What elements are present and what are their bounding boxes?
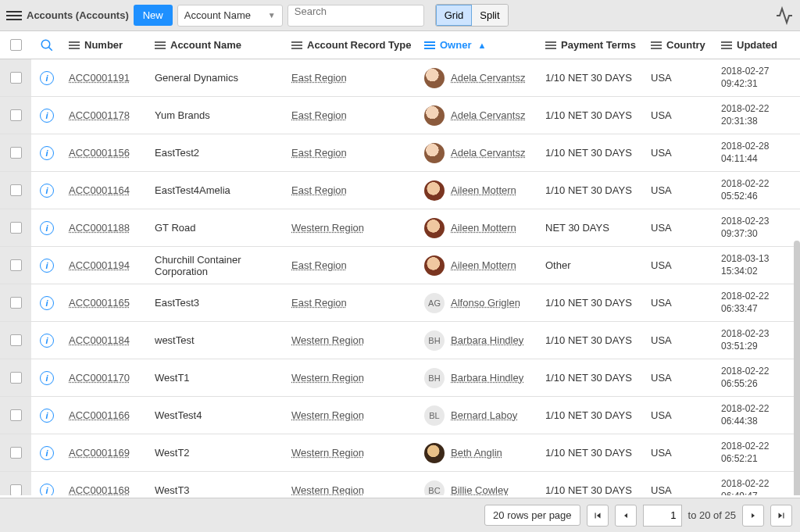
record-type-link[interactable]: East Region (291, 109, 347, 121)
activity-icon[interactable] (775, 6, 794, 25)
account-number-link[interactable]: ACC0001178 (69, 109, 130, 121)
cell-owner: BCBillie Cowley (418, 480, 539, 496)
owner-link[interactable]: Aileen Mottern (451, 259, 516, 271)
info-icon[interactable]: i (40, 184, 54, 198)
row-checkbox[interactable] (10, 409, 22, 421)
record-type-link[interactable]: East Region (291, 72, 347, 84)
row-checkbox[interactable] (10, 484, 22, 495)
record-type-link[interactable]: East Region (291, 184, 347, 196)
info-icon[interactable]: i (40, 446, 54, 460)
account-number-link[interactable]: ACC0001165 (69, 297, 130, 309)
account-number-link[interactable]: ACC0001191 (69, 72, 130, 84)
menu-icon[interactable] (6, 8, 22, 23)
row-info-cell: i (31, 334, 62, 348)
avatar (424, 255, 445, 276)
cell-payment-terms: 1/10 NET 30 DAYS (539, 109, 645, 121)
row-info-cell: i (31, 259, 62, 273)
account-number-link[interactable]: ACC0001168 (69, 484, 130, 495)
column-header-payment-terms[interactable]: Payment Terms (539, 39, 645, 51)
cell-payment-terms: Other (539, 259, 645, 271)
column-header-record-type[interactable]: Account Record Type (285, 39, 418, 51)
filter-field-value: Account Name (184, 9, 251, 21)
record-type-link[interactable]: Western Region (291, 484, 364, 495)
cell-owner: AGAlfonso Griglen (418, 293, 539, 313)
cell-account-name: General Dynamics (148, 72, 285, 84)
column-header-owner[interactable]: Owner ▲ (418, 39, 539, 51)
cell-record-type: East Region (285, 259, 418, 271)
last-page-button[interactable] (770, 505, 792, 527)
row-checkbox[interactable] (10, 72, 22, 84)
cell-account-name: EastTest3 (148, 297, 285, 309)
record-type-link[interactable]: Western Region (291, 372, 364, 384)
search-input[interactable] (295, 5, 417, 17)
owner-link[interactable]: Aileen Mottern (451, 184, 516, 196)
row-checkbox[interactable] (10, 259, 22, 271)
first-page-button[interactable] (587, 505, 609, 527)
info-icon[interactable]: i (40, 71, 54, 85)
prev-page-button[interactable] (615, 505, 637, 527)
cell-payment-terms: 1/10 NET 30 DAYS (539, 334, 645, 346)
info-icon[interactable]: i (40, 146, 54, 160)
view-split-button[interactable]: Split (472, 5, 507, 26)
account-number-link[interactable]: ACC0001169 (69, 447, 130, 459)
table-row: iACC0001156EastTest2East RegionAdela Cer… (0, 134, 800, 172)
column-header-account-name[interactable]: Account Name (148, 39, 285, 51)
owner-link[interactable]: Adela Cervantsz (451, 147, 525, 159)
column-header-updated[interactable]: Updated (715, 39, 797, 51)
owner-link[interactable]: Barbara Hindley (451, 334, 523, 346)
owner-link[interactable]: Adela Cervantsz (451, 109, 525, 121)
row-checkbox[interactable] (10, 334, 22, 346)
column-header-country[interactable]: Country (645, 39, 715, 51)
owner-link[interactable]: Billie Cowley (451, 484, 509, 495)
search-icon[interactable] (40, 38, 54, 52)
row-checkbox[interactable] (10, 372, 22, 384)
rows-per-page-select[interactable]: 20 rows per page (484, 505, 580, 526)
record-type-link[interactable]: Western Region (291, 447, 364, 459)
select-all-checkbox[interactable] (10, 39, 22, 51)
new-button[interactable]: New (134, 5, 173, 26)
cell-number: ACC0001169 (62, 447, 148, 459)
account-number-link[interactable]: ACC0001188 (69, 222, 130, 234)
info-icon[interactable]: i (40, 221, 54, 235)
record-type-link[interactable]: East Region (291, 259, 347, 271)
info-icon[interactable]: i (40, 109, 54, 123)
row-checkbox[interactable] (10, 147, 22, 159)
info-icon[interactable]: i (40, 371, 54, 385)
row-info-cell: i (31, 146, 62, 160)
page-title: Accounts (Accounts) (27, 9, 129, 21)
owner-link[interactable]: Adela Cervantsz (451, 72, 525, 84)
info-icon[interactable]: i (40, 409, 54, 423)
record-type-link[interactable]: Western Region (291, 409, 364, 421)
account-number-link[interactable]: ACC0001164 (69, 184, 130, 196)
row-checkbox[interactable] (10, 109, 22, 121)
owner-link[interactable]: Beth Anglin (451, 447, 502, 459)
row-checkbox-cell (0, 397, 31, 434)
row-checkbox[interactable] (10, 184, 22, 196)
column-header-number[interactable]: Number (62, 39, 148, 51)
next-page-button[interactable] (742, 505, 764, 527)
row-checkbox[interactable] (10, 222, 22, 234)
record-type-link[interactable]: East Region (291, 147, 347, 159)
record-type-link[interactable]: Western Region (291, 222, 364, 234)
view-grid-button[interactable]: Grid (436, 5, 473, 26)
owner-link[interactable]: Barbara Hindley (451, 372, 523, 384)
account-number-link[interactable]: ACC0001166 (69, 409, 130, 421)
account-number-link[interactable]: ACC0001194 (69, 259, 130, 271)
row-checkbox[interactable] (10, 447, 22, 459)
info-icon[interactable]: i (40, 296, 54, 310)
row-checkbox[interactable] (10, 297, 22, 309)
account-number-link[interactable]: ACC0001170 (69, 372, 130, 384)
page-number-input[interactable] (643, 505, 682, 527)
info-icon[interactable]: i (40, 334, 54, 348)
record-type-link[interactable]: Western Region (291, 334, 364, 346)
account-number-link[interactable]: ACC0001156 (69, 147, 130, 159)
info-icon[interactable]: i (40, 484, 54, 496)
account-number-link[interactable]: ACC0001184 (69, 334, 130, 346)
record-type-link[interactable]: East Region (291, 297, 347, 309)
scrollbar[interactable] (794, 241, 800, 495)
owner-link[interactable]: Bernard Laboy (451, 409, 517, 421)
owner-link[interactable]: Aileen Mottern (451, 222, 516, 234)
filter-field-select[interactable]: Account Name ▼ (177, 5, 283, 27)
owner-link[interactable]: Alfonso Griglen (451, 297, 520, 309)
info-icon[interactable]: i (40, 259, 54, 273)
